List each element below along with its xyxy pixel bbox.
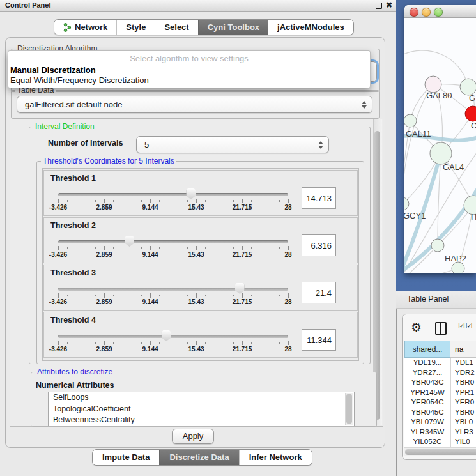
network-canvas[interactable]: GAL80GCGAL11GAL4GCY1HHAP2 <box>404 18 476 273</box>
threshold-4-value-field[interactable]: 11.344 <box>302 329 336 351</box>
list-scrollbar[interactable] <box>345 393 353 425</box>
cell-shared-name[interactable]: YBR045C <box>404 408 450 418</box>
threshold-1-slider[interactable]: -3.4262.8599.14415.4321.71528 <box>58 190 288 214</box>
cell-name[interactable]: YDL1 <box>450 358 473 368</box>
network-node[interactable] <box>404 197 409 210</box>
network-node-label: GCY1 <box>404 211 426 220</box>
screen: Control Panel ✖ Network Style Select Cyn… <box>0 0 476 476</box>
tick-mark <box>187 247 188 249</box>
threshold-3-value-field[interactable]: 21.4 <box>302 282 336 303</box>
network-window-titlebar[interactable] <box>404 5 476 18</box>
cell-shared-name[interactable]: YDR27... <box>404 368 450 378</box>
horizontal-scrollbar-thumb[interactable] <box>405 449 476 455</box>
tab-select[interactable]: Select <box>155 20 197 35</box>
slider-track[interactable] <box>58 240 288 243</box>
cell-shared-name[interactable]: YBR043C <box>404 378 450 388</box>
list-scrollbar-thumb[interactable] <box>346 394 352 424</box>
slider-track[interactable] <box>58 288 288 291</box>
threshold-2-slider[interactable]: -3.4262.8599.14415.4321.71528 <box>58 237 288 261</box>
tick-mark <box>224 200 224 202</box>
table-row[interactable]: YLR345WYLR3 <box>404 427 476 438</box>
table-row[interactable]: YDR27...YDR2 <box>404 368 476 378</box>
select-columns-icon[interactable]: ☑☑ <box>458 321 473 330</box>
split-columns-icon[interactable] <box>435 322 447 335</box>
cell-name[interactable]: YPR1 <box>450 388 474 398</box>
tab-cyni-toolbox[interactable]: Cyni Toolbox <box>198 20 268 35</box>
tab-infer-network[interactable]: Infer Network <box>239 450 312 465</box>
network-edge[interactable] <box>404 84 433 204</box>
cell-name[interactable]: YER0 <box>450 397 474 408</box>
table-row[interactable]: YDL19...YDL1 <box>404 358 476 368</box>
zoom-traffic-light[interactable] <box>434 8 443 17</box>
table-row[interactable]: YBR043CYBR0 <box>404 378 476 388</box>
tab-style[interactable]: Style <box>116 20 155 35</box>
table-row[interactable]: YIL052CYIL0 <box>404 437 476 447</box>
network-node[interactable] <box>404 114 417 127</box>
attribute-list-item[interactable]: SelfLoops <box>49 392 354 404</box>
cell-shared-name[interactable]: YPR145W <box>404 388 450 398</box>
slider-tick-labels: -3.4262.8599.14415.4321.71528 <box>58 298 288 306</box>
minimize-traffic-light[interactable] <box>422 8 431 17</box>
table-data-combo[interactable]: galFiltered.sif default node <box>17 96 372 113</box>
cell-name[interactable]: YBR0 <box>450 408 474 418</box>
table-row[interactable]: YBR045CYBR0 <box>404 408 476 418</box>
tab-discretize-data[interactable]: Discretize Data <box>159 450 238 465</box>
attribute-list-item[interactable]: BetweennessCentrality <box>49 415 354 426</box>
network-node[interactable] <box>452 262 464 273</box>
slider-track[interactable] <box>58 193 288 196</box>
tick-label: 9.144 <box>142 251 158 258</box>
combo-arrows-icon <box>318 141 323 150</box>
network-node[interactable] <box>431 239 444 252</box>
slider-track[interactable] <box>58 335 288 338</box>
tick-mark <box>178 200 178 202</box>
tab-jactivemnodules[interactable]: jActiveMNodules <box>268 20 353 35</box>
column-header-name[interactable]: na <box>450 341 476 358</box>
tick-mark <box>242 293 243 298</box>
cell-shared-name[interactable]: YIL052C <box>404 437 450 447</box>
numerical-attributes-list[interactable]: SelfLoopsTopologicalCoefficientBetweenne… <box>48 392 355 426</box>
table-row[interactable]: YBL079WYBL0 <box>404 417 476 427</box>
float-window-icon[interactable] <box>376 3 382 9</box>
cell-name[interactable]: YBL0 <box>450 417 473 427</box>
cell-name[interactable]: YLR3 <box>450 427 473 438</box>
network-view-window[interactable]: GAL80GCGAL11GAL4GCY1HHAP2 <box>404 5 476 273</box>
network-graph[interactable]: GAL80GCGAL11GAL4GCY1HHAP2 <box>404 18 476 273</box>
horizontal-scrollbar[interactable] <box>404 447 476 456</box>
threshold-2-value-field[interactable]: 6.316 <box>302 234 336 256</box>
cell-shared-name[interactable]: YDL19... <box>404 358 450 368</box>
network-edge[interactable] <box>404 121 410 261</box>
slider-handle[interactable] <box>125 236 134 247</box>
slider-handle[interactable] <box>235 283 245 294</box>
close-icon[interactable]: ✖ <box>386 0 392 11</box>
attribute-list-item[interactable]: TopologicalCoefficient <box>49 404 354 415</box>
cell-shared-name[interactable]: YLR345W <box>404 427 450 438</box>
cell-shared-name[interactable]: YBL079W <box>404 417 450 427</box>
tab-impute-data[interactable]: Impute Data <box>93 450 159 465</box>
threshold-1-value-field[interactable]: 14.713 <box>302 187 336 209</box>
tick-mark <box>270 342 270 344</box>
tick-label: 2.859 <box>96 298 112 305</box>
network-node-label: H <box>471 212 476 222</box>
network-node[interactable] <box>465 106 476 121</box>
cell-name[interactable]: YBR0 <box>450 378 474 388</box>
cell-shared-name[interactable]: YER054C <box>404 397 450 408</box>
table-row[interactable]: YPR145WYPR1 <box>404 388 476 398</box>
slider-handle[interactable] <box>162 330 171 341</box>
cell-name[interactable]: YDR2 <box>450 368 475 378</box>
threshold-3-slider[interactable]: -3.4262.8599.14415.4321.71528 <box>58 284 288 309</box>
dropdown-option-equal-width[interactable]: Equal Width/Frequency Discretization <box>10 75 149 85</box>
network-node[interactable] <box>430 142 452 164</box>
close-traffic-light[interactable] <box>410 8 418 17</box>
dropdown-option-manual[interactable]: Manual Discretization <box>10 65 96 75</box>
number-of-intervals-combo[interactable]: 5 <box>136 136 329 153</box>
threshold-4-slider[interactable]: -3.4262.8599.14415.4321.71528 <box>58 332 288 356</box>
tab-network[interactable]: Network <box>54 20 116 35</box>
cell-name[interactable]: YIL0 <box>450 437 470 447</box>
slider-handle[interactable] <box>186 188 196 199</box>
settings-gear-icon[interactable]: ⚙ <box>411 319 422 336</box>
table-row[interactable]: YER054CYER0 <box>404 397 476 408</box>
apply-button[interactable]: Apply <box>172 429 214 444</box>
column-header-shared-name[interactable]: shared... <box>404 341 450 358</box>
tick-mark <box>279 342 280 344</box>
tick-mark <box>95 295 96 296</box>
